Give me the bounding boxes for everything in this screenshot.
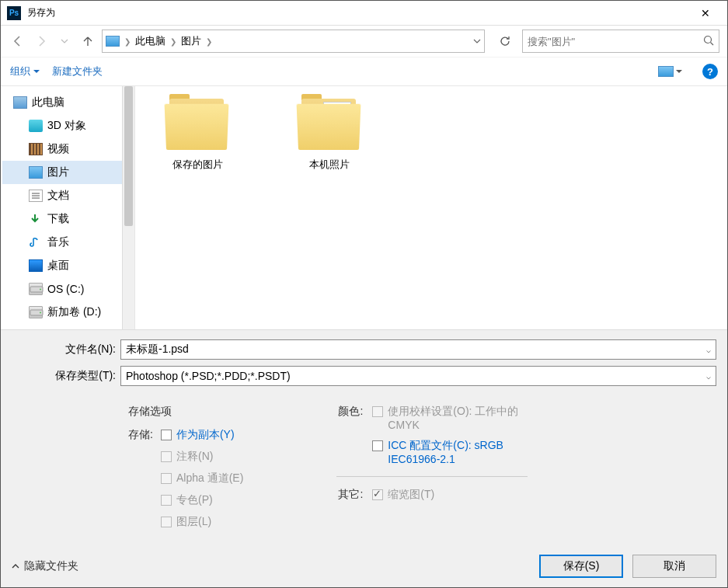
sidebar-item-drive[interactable]: OS (C:)	[2, 277, 123, 301]
sidebar-item-label: 此电脑	[32, 96, 64, 110]
svg-line-1	[711, 42, 714, 45]
storage-options-title: 存储选项	[128, 405, 243, 419]
svg-point-5	[40, 312, 41, 314]
sidebar-item-label: 音乐	[47, 235, 69, 249]
alpha-label: Alpha 通道(E)	[176, 471, 243, 485]
spot-label: 专色(P)	[176, 493, 213, 507]
folder-item[interactable]: 本机照片	[283, 99, 376, 172]
sidebar-item-drive[interactable]: 新加卷 (D:)	[2, 301, 123, 324]
chevron-right-icon: ❯	[124, 37, 131, 46]
location-icon	[106, 36, 120, 47]
proof-checkbox	[372, 406, 383, 417]
chevron-down-icon[interactable]	[473, 37, 481, 45]
scrollbar[interactable]	[122, 86, 134, 329]
filetype-label: 保存类型(T):	[12, 369, 120, 383]
nav-tree: 此电脑3D 对象视频图片文档下载音乐桌面OS (C:)新加卷 (D:)	[1, 86, 123, 329]
folder-content[interactable]: 保存的图片本机照片	[135, 86, 727, 329]
chevron-right-icon: ❯	[170, 37, 176, 46]
search-input[interactable]	[528, 36, 703, 47]
sidebar-item-doc[interactable]: 文档	[2, 184, 123, 207]
pc-icon	[13, 96, 27, 109]
thumbnail-checkbox	[372, 489, 383, 500]
window-title: 另存为	[27, 6, 690, 19]
footer: 隐藏文件夹 保存(S) 取消	[12, 555, 716, 578]
sidebar-item-desk[interactable]: 桌面	[2, 254, 123, 277]
forward-button[interactable]	[32, 32, 51, 50]
titlebar: Ps 另存为 ✕	[1, 1, 727, 26]
drive-icon	[29, 306, 43, 318]
sidebar-item-label: 下载	[47, 212, 69, 226]
sidebar-item-pc[interactable]: 此电脑	[2, 91, 123, 114]
as-copy-label: 作为副本(Y)	[176, 428, 235, 442]
new-folder-button[interactable]: 新建文件夹	[52, 64, 103, 78]
dl-icon	[29, 213, 43, 225]
music-icon	[29, 236, 43, 249]
as-copy-checkbox[interactable]	[161, 430, 172, 440]
desk-icon	[29, 259, 43, 272]
thumbnail-label: 缩览图(T)	[388, 488, 434, 502]
up-button[interactable]	[78, 32, 97, 50]
sidebar-item-label: 新加卷 (D:)	[47, 305, 101, 319]
sidebar-item-label: 文档	[47, 189, 69, 203]
sidebar-item-3d[interactable]: 3D 对象	[2, 114, 123, 137]
sidebar-item-video[interactable]: 视频	[2, 137, 123, 161]
spot-checkbox	[161, 495, 172, 506]
chevron-up-icon	[12, 562, 19, 570]
3d-icon	[29, 120, 43, 132]
svg-point-3	[40, 289, 41, 291]
search-icon	[703, 35, 714, 48]
close-button[interactable]: ✕	[690, 2, 721, 25]
sidebar-item-label: 视频	[47, 142, 69, 156]
address-bar[interactable]: ❯ 此电脑 ❯ 图片 ❯	[102, 30, 485, 53]
toolbar: 组织 新建文件夹 ?	[1, 57, 727, 86]
pic-icon	[29, 166, 43, 179]
filename-label: 文件名(N):	[12, 343, 120, 357]
sidebar: 此电脑3D 对象视频图片文档下载音乐桌面OS (C:)新加卷 (D:)	[1, 86, 135, 329]
recent-dropdown[interactable]	[55, 32, 74, 50]
refresh-button[interactable]	[493, 30, 517, 53]
breadcrumb-root[interactable]: 此电脑	[135, 34, 165, 48]
sidebar-item-pic[interactable]: 图片	[2, 161, 123, 184]
layers-label: 图层(L)	[176, 515, 211, 529]
sidebar-item-label: OS (C:)	[47, 283, 84, 295]
folder-item[interactable]: 保存的图片	[151, 99, 244, 172]
chevron-down-icon[interactable]: ⌵	[706, 346, 711, 354]
chevron-right-icon: ❯	[206, 37, 212, 46]
drive-icon	[29, 283, 43, 295]
icc-label: ICC 配置文件(C): sRGB IEC61966-2.1	[388, 439, 528, 465]
annotations-checkbox	[161, 451, 172, 462]
organize-menu[interactable]: 组织	[10, 64, 40, 78]
folder-icon	[295, 99, 364, 153]
body-area: 此电脑3D 对象视频图片文档下载音乐桌面OS (C:)新加卷 (D:) 保存的图…	[1, 86, 727, 329]
chevron-down-icon[interactable]: ⌵	[706, 372, 711, 381]
filetype-select[interactable]: Photoshop (*.PSD;*.PDD;*.PSDT)⌵	[120, 366, 716, 386]
layers-checkbox	[161, 517, 172, 527]
save-button[interactable]: 保存(S)	[539, 555, 623, 578]
sidebar-item-label: 3D 对象	[47, 119, 86, 133]
alpha-checkbox	[161, 473, 172, 484]
doc-icon	[29, 190, 43, 202]
scroll-thumb[interactable]	[124, 86, 133, 226]
view-mode-button[interactable]	[658, 66, 682, 77]
video-icon	[29, 143, 43, 155]
sidebar-item-dl[interactable]: 下载	[2, 207, 123, 231]
app-icon: Ps	[7, 6, 21, 20]
help-button[interactable]: ?	[702, 64, 718, 79]
folder-label: 本机照片	[309, 158, 350, 172]
back-button[interactable]	[9, 32, 27, 50]
filename-input[interactable]: 未标题-1.psd⌵	[120, 339, 716, 360]
search-box[interactable]	[522, 30, 719, 53]
sidebar-item-music[interactable]: 音乐	[2, 231, 123, 254]
nav-bar: ❯ 此电脑 ❯ 图片 ❯	[1, 26, 727, 57]
icc-checkbox[interactable]	[372, 440, 383, 451]
save-options: 存储选项 存储:作为副本(Y) 注释(N) Alpha 通道(E) 专色(P) …	[12, 392, 716, 529]
cancel-button[interactable]: 取消	[632, 555, 716, 578]
hide-folders-toggle[interactable]: 隐藏文件夹	[12, 559, 78, 573]
sidebar-item-label: 图片	[47, 165, 69, 179]
proof-label: 使用校样设置(O): 工作中的 CMYK	[388, 405, 520, 431]
svg-point-0	[705, 36, 712, 43]
folder-label: 保存的图片	[172, 158, 223, 172]
folder-icon	[163, 99, 232, 153]
sidebar-item-label: 桌面	[47, 259, 69, 273]
breadcrumb-folder[interactable]: 图片	[181, 34, 201, 48]
